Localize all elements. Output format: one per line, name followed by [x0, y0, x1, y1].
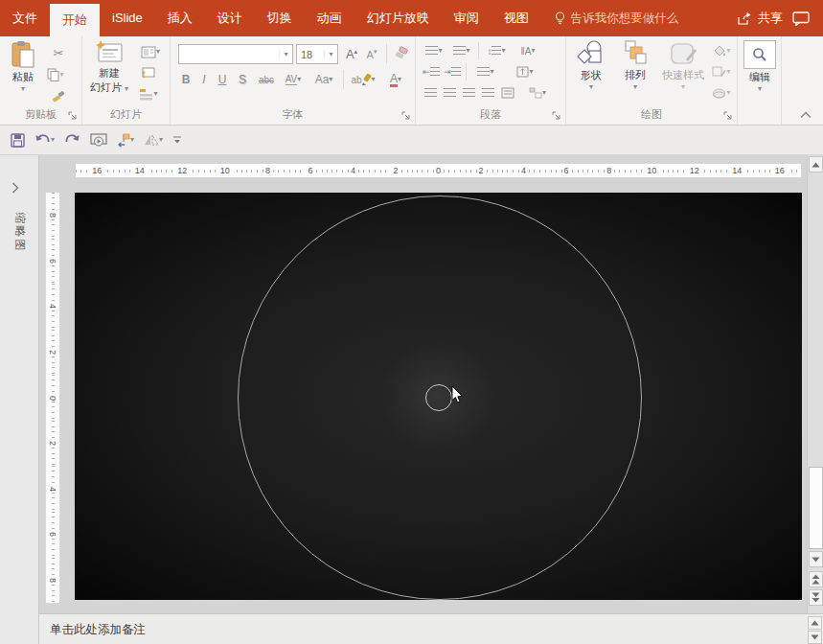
font-color-button[interactable]: A ▾: [383, 71, 408, 88]
vruler-number: 8: [46, 213, 58, 218]
tab-insert[interactable]: 插入: [155, 0, 205, 36]
text-shadow-button[interactable]: S: [235, 71, 250, 88]
qat-customize-button[interactable]: [170, 128, 185, 151]
distribute-button[interactable]: [499, 85, 516, 101]
scissors-icon: ✂: [54, 46, 64, 60]
decrease-font-size-button[interactable]: A▾: [363, 45, 380, 62]
tab-islide[interactable]: iSlide: [100, 0, 155, 36]
notes-placeholder[interactable]: 单击此处添加备注: [50, 622, 146, 638]
tab-view[interactable]: 视图: [492, 0, 541, 36]
line-spacing-button[interactable]: ↕▾: [484, 43, 509, 58]
font-size-combobox[interactable]: 18 ▾: [296, 44, 338, 64]
clipboard-dialog-launcher[interactable]: [68, 111, 78, 121]
tab-transitions[interactable]: 切换: [255, 0, 305, 36]
font-name-caret-icon: ▾: [279, 50, 292, 58]
tab-animations[interactable]: 动画: [305, 0, 354, 36]
align-left-button[interactable]: [423, 85, 438, 101]
thumbnail-panel-collapsed[interactable]: 缩略图: [0, 155, 39, 644]
tab-home[interactable]: 开始: [50, 4, 100, 36]
columns-icon: [477, 67, 490, 77]
underline-button[interactable]: U: [215, 71, 230, 88]
shapes-button[interactable]: 形状 ▾: [572, 40, 610, 91]
justify-button[interactable]: [480, 85, 495, 101]
flip-shape-button[interactable]: ▾: [141, 128, 166, 151]
hruler-number: 6: [306, 166, 314, 175]
text-highlight-button[interactable]: ab ▾: [349, 71, 377, 88]
custom-tool-flag-button[interactable]: ▾: [114, 128, 137, 151]
layout-button[interactable]: ▾: [138, 44, 163, 59]
next-slide-button[interactable]: [809, 589, 823, 606]
hruler-segment: 12: [673, 164, 716, 177]
share-button[interactable]: 共享: [737, 10, 783, 27]
tab-slideshow[interactable]: 幻灯片放映: [354, 0, 442, 36]
hruler-number: 6: [562, 166, 571, 175]
undo-button[interactable]: ▾: [32, 128, 57, 151]
notes-scroll-down-button[interactable]: [808, 631, 822, 644]
numbering-button[interactable]: ▾: [450, 43, 473, 58]
collapse-ribbon-icon[interactable]: [800, 111, 812, 119]
format-painter-button[interactable]: [48, 88, 67, 104]
section-caret-icon: ▾: [153, 90, 157, 98]
notes-pane[interactable]: 单击此处添加备注: [39, 613, 823, 644]
start-slideshow-button[interactable]: [87, 128, 110, 151]
align-center-button[interactable]: [442, 85, 457, 101]
quick-styles-button[interactable]: 快速样式 ▾: [658, 40, 708, 91]
powerpoint-window: 文件开始iSlide插入设计切换动画幻灯片放映审阅视图 告诉我你想要做什么 共享: [0, 0, 823, 644]
next-slide-icon: [812, 592, 820, 603]
shape-fill-button[interactable]: ▾: [708, 43, 735, 58]
hruler-number: 2: [477, 166, 486, 175]
cut-button[interactable]: ✂: [48, 44, 69, 61]
reset-slide-button[interactable]: [138, 65, 157, 80]
convert-smartart-button[interactable]: ▾: [523, 85, 552, 101]
tab-file[interactable]: 文件: [0, 0, 50, 36]
tab-design[interactable]: 设计: [205, 0, 255, 36]
decrease-indent-button[interactable]: ⇤: [423, 64, 440, 80]
shape-outline-button[interactable]: ▾: [708, 64, 735, 80]
editing-button[interactable]: 编辑 ▾: [742, 40, 778, 93]
save-button[interactable]: [8, 128, 28, 151]
align-center-icon: [444, 88, 456, 98]
shape-outline-icon: [712, 66, 726, 79]
slide-canvas[interactable]: [75, 193, 802, 600]
scroll-thumb[interactable]: [809, 467, 823, 549]
character-spacing-button[interactable]: AV ▾: [281, 71, 306, 88]
small-circle-shape[interactable]: [425, 384, 452, 411]
comments-icon[interactable]: [792, 12, 810, 26]
align-right-button[interactable]: [461, 85, 476, 101]
scroll-down-button[interactable]: [809, 551, 823, 567]
copy-button[interactable]: ▾: [46, 67, 65, 82]
paste-button[interactable]: 粘贴 ▾: [5, 40, 41, 93]
previous-slide-button[interactable]: [809, 571, 823, 587]
change-case-button[interactable]: Aa ▾: [311, 71, 336, 88]
tell-me-box[interactable]: 告诉我你想要做什么: [555, 0, 679, 36]
change-case-caret-icon: ▾: [329, 76, 332, 83]
columns-button[interactable]: ▾: [473, 64, 498, 80]
increase-font-size-button[interactable]: A▴: [343, 45, 360, 62]
thumbnails-panel-label: 缩略图: [11, 213, 28, 234]
bullets-button[interactable]: ▾: [423, 43, 446, 58]
paste-icon: [11, 40, 35, 69]
shape-effects-button[interactable]: ▾: [708, 85, 735, 101]
strikethrough-button[interactable]: abc: [255, 71, 278, 88]
increase-indent-button[interactable]: ⇥: [444, 64, 461, 80]
scroll-up-button[interactable]: [809, 156, 823, 172]
arrange-button[interactable]: 排列 ▾: [616, 40, 654, 91]
vertical-scrollbar[interactable]: [807, 155, 823, 613]
bold-button[interactable]: B: [178, 71, 194, 88]
clear-formatting-button[interactable]: [392, 44, 411, 61]
align-text-button[interactable]: ▾: [512, 64, 538, 80]
font-dialog-launcher[interactable]: [401, 111, 411, 121]
section-button[interactable]: ▾: [136, 86, 161, 102]
tab-review[interactable]: 审阅: [442, 0, 492, 36]
new-slide-button[interactable]: 新建 幻灯片 ▾: [88, 40, 130, 94]
expand-thumbnails-icon[interactable]: [11, 182, 19, 194]
redo-button[interactable]: [61, 128, 83, 151]
paragraph-dialog-launcher[interactable]: [552, 111, 561, 121]
text-direction-button[interactable]: ‖A▾: [514, 43, 541, 58]
hruler-number: 4: [349, 166, 357, 175]
drawing-dialog-launcher[interactable]: [723, 111, 733, 121]
notes-scrollbar: [807, 615, 823, 644]
italic-button[interactable]: I: [197, 71, 211, 88]
font-name-combobox[interactable]: ▾: [178, 44, 293, 64]
notes-scroll-up-button[interactable]: [808, 616, 822, 630]
